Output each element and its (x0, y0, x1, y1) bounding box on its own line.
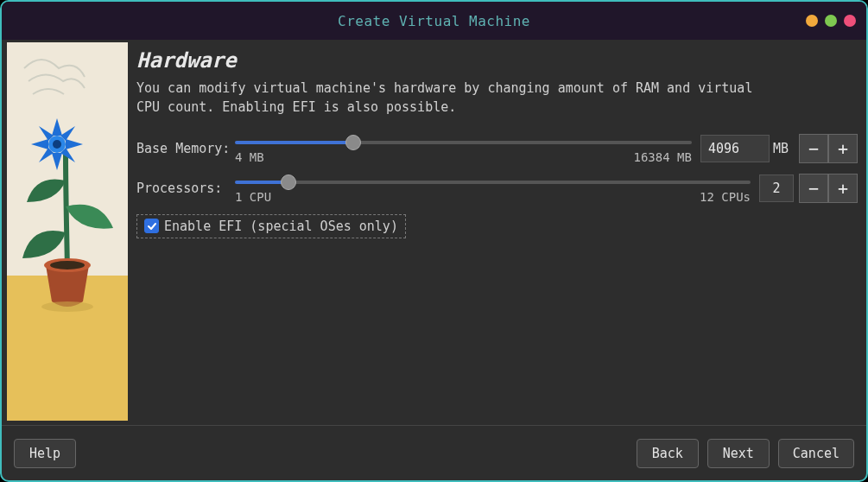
processors-slider-wrap: 1 CPU 12 CPUs (235, 173, 751, 204)
base-memory-decrement-button[interactable]: − (799, 134, 828, 163)
back-button[interactable]: Back (637, 439, 699, 468)
enable-efi-checkbox[interactable] (144, 219, 159, 233)
cancel-button[interactable]: Cancel (778, 439, 854, 468)
help-button[interactable]: Help (14, 439, 76, 468)
minimize-window-icon[interactable] (806, 15, 818, 27)
svg-point-13 (50, 261, 85, 270)
close-window-icon[interactable] (844, 15, 856, 27)
maximize-window-icon[interactable] (825, 15, 837, 27)
enable-efi-option[interactable]: Enable EFI (special OSes only) (136, 214, 406, 238)
titlebar: Create Virtual Machine (2, 2, 866, 40)
svg-point-14 (41, 301, 93, 312)
base-memory-slider[interactable] (235, 140, 692, 145)
processors-slider[interactable] (235, 180, 751, 185)
enable-efi-label: Enable EFI (special OSes only) (164, 219, 398, 234)
processors-spin: − + (759, 174, 858, 203)
base-memory-max-label: 16384 MB (634, 150, 692, 164)
page-heading: Hardware (136, 48, 858, 73)
checkmark-icon (147, 221, 157, 231)
dialog-window: Create Virtual Machine (0, 0, 868, 482)
wizard-illustration (7, 42, 128, 421)
processors-decrement-button[interactable]: − (799, 174, 828, 203)
window-title: Create Virtual Machine (338, 13, 530, 29)
base-memory-label: Base Memory: (136, 141, 230, 156)
base-memory-row: Base Memory: 4 MB 16384 MB MB − + (136, 133, 858, 164)
processors-increment-button[interactable]: + (828, 174, 858, 203)
processors-min-label: 1 CPU (235, 190, 271, 204)
base-memory-increment-button[interactable]: + (828, 134, 858, 163)
dialog-body: Hardware You can modify virtual machine'… (2, 40, 866, 425)
processors-label: Processors: (136, 181, 230, 196)
window-controls (806, 2, 856, 40)
dialog-footer: Help Back Next Cancel (2, 425, 866, 480)
plant-illustration-icon (7, 42, 128, 421)
processors-max-label: 12 CPUs (700, 190, 751, 204)
hardware-panel: Hardware You can modify virtual machine'… (133, 40, 866, 425)
base-memory-min-label: 4 MB (235, 150, 264, 164)
base-memory-slider-wrap: 4 MB 16384 MB (235, 133, 692, 164)
svg-point-11 (53, 140, 61, 149)
page-description: You can modify virtual machine's hardwar… (136, 79, 758, 117)
processors-value-field[interactable] (759, 174, 794, 202)
next-button[interactable]: Next (707, 439, 770, 468)
base-memory-spin: MB − + (700, 134, 858, 163)
base-memory-unit: MB (773, 141, 789, 156)
processors-row: Processors: 1 CPU 12 CPUs − + (136, 173, 858, 204)
base-memory-value-field[interactable] (700, 135, 770, 162)
